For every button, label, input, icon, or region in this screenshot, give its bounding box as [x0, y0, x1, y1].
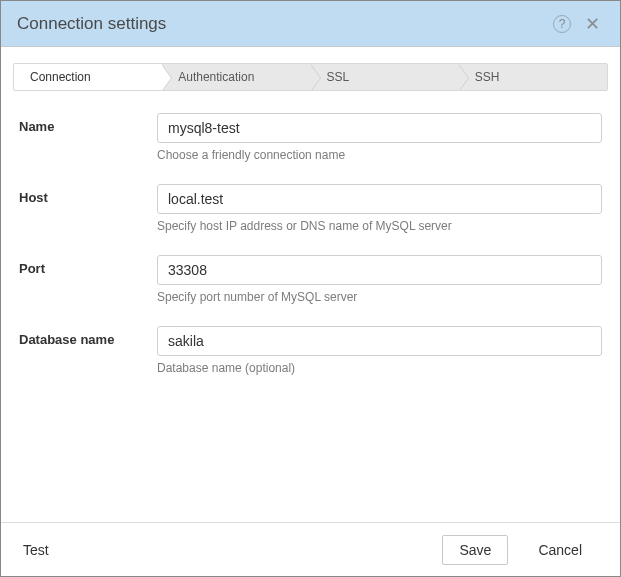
tab-authentication[interactable]: Authentication: [162, 64, 310, 90]
connection-settings-dialog: Connection settings ? ✕ Connection Authe…: [0, 0, 621, 577]
database-input[interactable]: [157, 326, 602, 356]
save-button[interactable]: Save: [442, 535, 508, 565]
dialog-title: Connection settings: [17, 14, 553, 34]
name-input[interactable]: [157, 113, 602, 143]
titlebar: Connection settings ? ✕: [1, 1, 620, 47]
tab-connection[interactable]: Connection: [14, 64, 162, 90]
field-port: Port Specify port number of MySQL server: [19, 255, 602, 304]
field-name: Name Choose a friendly connection name: [19, 113, 602, 162]
tab-label: SSL: [327, 70, 350, 84]
tabbar: Connection Authentication SSL SSH: [13, 63, 608, 91]
tab-ssl[interactable]: SSL: [311, 64, 459, 90]
database-hint: Database name (optional): [157, 361, 602, 375]
database-label: Database name: [19, 326, 157, 347]
tab-label: SSH: [475, 70, 500, 84]
host-input[interactable]: [157, 184, 602, 214]
port-label: Port: [19, 255, 157, 276]
cancel-button[interactable]: Cancel: [522, 536, 598, 564]
test-button[interactable]: Test: [23, 542, 49, 558]
field-database: Database name Database name (optional): [19, 326, 602, 375]
tab-content: Name Choose a friendly connection name H…: [1, 91, 620, 522]
name-label: Name: [19, 113, 157, 134]
tab-ssh[interactable]: SSH: [459, 64, 607, 90]
port-hint: Specify port number of MySQL server: [157, 290, 602, 304]
name-hint: Choose a friendly connection name: [157, 148, 602, 162]
port-input[interactable]: [157, 255, 602, 285]
host-hint: Specify host IP address or DNS name of M…: [157, 219, 602, 233]
host-label: Host: [19, 184, 157, 205]
help-icon[interactable]: ?: [553, 15, 571, 33]
tab-label: Authentication: [178, 70, 254, 84]
footer: Test Save Cancel: [1, 522, 620, 576]
tab-label: Connection: [30, 70, 91, 84]
field-host: Host Specify host IP address or DNS name…: [19, 184, 602, 233]
close-icon[interactable]: ✕: [581, 13, 604, 35]
